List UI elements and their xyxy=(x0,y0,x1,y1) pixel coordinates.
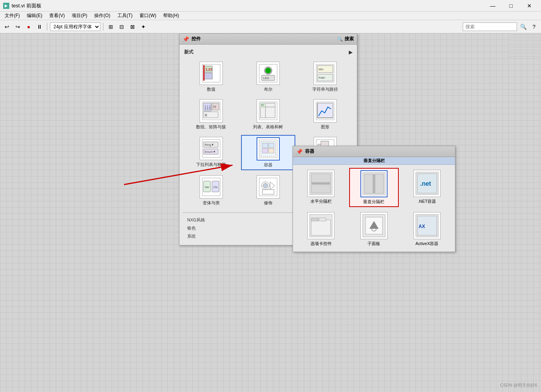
menu-view[interactable]: 查看(V) xyxy=(46,12,68,20)
menu-file[interactable]: 文件(F) xyxy=(2,12,23,20)
item-label-array: 数组、矩阵与簇 xyxy=(196,124,226,130)
pause-button[interactable]: ⏸ xyxy=(35,22,44,31)
search-input[interactable] xyxy=(463,22,517,31)
svg-rect-61 xyxy=(311,174,331,182)
container-panel-title: 容器 xyxy=(305,148,314,155)
item-label-numeric: 数值 xyxy=(207,86,215,92)
svg-rect-65 xyxy=(364,174,373,193)
section-header-xinshi[interactable]: 新式 ▶ xyxy=(183,48,354,57)
svg-text:1.23: 1.23 xyxy=(205,67,212,71)
svg-text:AX: AX xyxy=(419,224,425,229)
container-item-activex[interactable]: AX ActiveX容器 xyxy=(402,210,452,249)
svg-text:Path: Path xyxy=(319,76,325,79)
help-button[interactable]: ? xyxy=(529,22,539,31)
canvas-area[interactable]: 📌 控件 🔍 搜索 新式 ▶ xyxy=(0,33,541,392)
svg-rect-72 xyxy=(311,220,331,235)
vertical-splitter-title: 垂直分隔栏 xyxy=(293,157,455,165)
container-label-hsplitter: 水平分隔栏 xyxy=(310,199,332,204)
container-item-subpanel[interactable]: 子面板 xyxy=(349,210,399,249)
container-panel-pin-icon: 📌 xyxy=(296,149,303,155)
item-label-container: 容器 xyxy=(264,162,272,168)
svg-rect-43 xyxy=(269,149,274,153)
container-icon-subpanel xyxy=(360,212,388,239)
run-continuous-button[interactable]: ↪ xyxy=(13,22,22,31)
item-icon-graph xyxy=(314,99,337,123)
item-list[interactable]: 列 列表、表格和树 xyxy=(241,97,295,132)
item-string[interactable]: abc Path 字符串与路径 xyxy=(298,60,352,94)
container-item-hsplitter[interactable]: 水平分隔栏 xyxy=(296,168,346,207)
close-button[interactable]: ✕ xyxy=(520,0,538,12)
item-label-graph: 图形 xyxy=(321,124,329,130)
item-icon-container xyxy=(257,137,280,161)
svg-text:簇: 簇 xyxy=(205,114,207,117)
section-label: 新式 xyxy=(184,49,193,55)
svg-text:列: 列 xyxy=(261,104,264,106)
svg-text:abc: abc xyxy=(319,67,324,71)
item-numeric[interactable]: 1.23 数值 xyxy=(184,60,238,94)
container-icon-vsplitter xyxy=(360,170,388,197)
item-graph[interactable]: 图形 xyxy=(298,97,352,132)
container-label-subpanel: 子面板 xyxy=(367,241,380,247)
item-variant[interactable]: Var Cls 变体与类 xyxy=(184,173,238,208)
svg-point-7 xyxy=(265,68,271,73)
maximize-button[interactable]: □ xyxy=(502,0,520,12)
item-icon-dropdown: Ring▼ Enum▼ xyxy=(200,137,223,160)
resize-button[interactable]: ⊠ xyxy=(128,22,137,31)
window-controls: — □ ✕ xyxy=(484,0,538,12)
item-array[interactable]: 1 1 2 3 4 5 [x] 簇 数组、矩阵与簇 xyxy=(184,97,238,132)
menu-edit[interactable]: 编辑(E) xyxy=(24,12,45,20)
svg-rect-42 xyxy=(262,149,268,153)
container-panel-header[interactable]: 📌 容器 xyxy=(293,146,455,157)
item-container[interactable]: 容器 xyxy=(241,135,295,170)
font-dropdown[interactable]: 24pt 应用程序字体 xyxy=(50,22,100,31)
item-label-bool: 布尔 xyxy=(264,86,272,92)
search-area: 🔍 ? xyxy=(463,22,539,31)
reorder-button[interactable]: ✦ xyxy=(139,22,148,31)
container-item-tab[interactable]: 选项卡控件 xyxy=(296,210,346,249)
svg-rect-41 xyxy=(269,143,274,148)
app-icon: ▶ xyxy=(3,3,9,9)
svg-rect-74 xyxy=(319,218,326,221)
menu-help[interactable]: 帮助(H) xyxy=(160,12,182,20)
panel-search-label[interactable]: 搜索 xyxy=(345,36,354,42)
align-button[interactable]: ⊞ xyxy=(106,22,115,31)
svg-text:Var: Var xyxy=(205,185,209,189)
controls-panel-header[interactable]: 📌 控件 🔍 搜索 xyxy=(179,34,357,45)
distribute-button[interactable]: ⊟ xyxy=(117,22,126,31)
item-icon-variant: Var Cls xyxy=(200,175,223,199)
container-item-vsplitter[interactable]: 垂直分隔栏 xyxy=(349,168,399,207)
run-arrow-button[interactable]: ↩ xyxy=(2,22,12,31)
svg-text:.net: .net xyxy=(420,180,431,187)
item-icon-decoration xyxy=(257,175,280,199)
menu-window[interactable]: 窗口(W) xyxy=(136,12,159,20)
search-button[interactable]: 🔍 xyxy=(519,22,528,31)
container-item-dotnet[interactable]: .net .NET容器 xyxy=(402,168,452,207)
svg-rect-62 xyxy=(311,185,331,193)
corner-decoration xyxy=(510,33,541,57)
container-icon-activex: AX xyxy=(414,212,441,239)
svg-text:3 4 5: 3 4 5 xyxy=(205,107,211,110)
menu-operate[interactable]: 操作(O) xyxy=(91,12,113,20)
container-panel: 📌 容器 垂直分隔栏 水平分隔栏 xyxy=(293,146,455,252)
abort-button[interactable]: ● xyxy=(24,22,33,31)
item-label-string: 字符串与路径 xyxy=(312,86,338,92)
container-label-tab: 选项卡控件 xyxy=(310,241,332,247)
item-icon-array: 1 1 2 3 4 5 [x] 簇 xyxy=(200,99,223,123)
item-dropdown[interactable]: Ring▼ Enum▼ 下拉列表与枚举 xyxy=(184,135,238,170)
item-label-list: 列表、表格和树 xyxy=(253,124,283,130)
svg-rect-73 xyxy=(311,218,318,221)
svg-text:Ring▼: Ring▼ xyxy=(205,143,214,147)
item-icon-numeric: 1.23 xyxy=(200,62,223,85)
item-decoration[interactable]: 修饰 xyxy=(241,173,295,208)
container-icon-dotnet: .net xyxy=(414,170,441,197)
item-bool[interactable]: LED 布尔 xyxy=(241,60,295,94)
svg-rect-30 xyxy=(317,103,333,118)
watermark: CSDN @明天你好6 xyxy=(500,382,537,388)
container-items-grid: 水平分隔栏 垂直分隔栏 xyxy=(293,165,455,252)
container-label-activex: ActiveX容器 xyxy=(415,241,438,247)
menu-project[interactable]: 项目(P) xyxy=(69,12,90,20)
minimize-button[interactable]: — xyxy=(484,0,501,12)
menu-tools[interactable]: 工具(T) xyxy=(114,12,136,20)
item-label-variant: 变体与类 xyxy=(203,200,220,206)
item-label-decoration: 修饰 xyxy=(264,200,272,206)
